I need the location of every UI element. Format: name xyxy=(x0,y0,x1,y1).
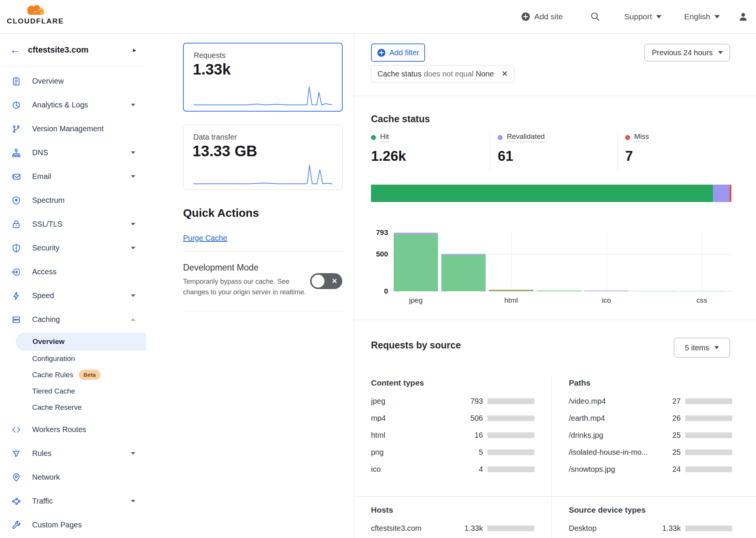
email-icon xyxy=(11,172,21,182)
items-count-select[interactable]: 5 items xyxy=(674,338,730,358)
sidebar-item-label: Traffic xyxy=(32,497,53,505)
cache-status-stat-revalidated: Revalidated61 xyxy=(498,132,545,164)
divider xyxy=(354,96,756,96)
add-filter-button[interactable]: Add filter xyxy=(371,44,425,62)
filter-operator: does not equal xyxy=(424,70,473,78)
speed-icon xyxy=(11,291,21,301)
bar-segment-hit xyxy=(632,291,676,291)
stat-label[interactable]: Revalidated xyxy=(507,132,545,142)
purge-cache-link[interactable]: Purge Cache xyxy=(183,234,227,243)
usage-bar xyxy=(487,415,534,421)
source-row-value: 5 xyxy=(371,448,483,457)
chart-bar xyxy=(537,291,581,291)
toggle-knob xyxy=(312,275,324,288)
search-button[interactable] xyxy=(590,12,600,22)
sidebar-item-traffic[interactable]: Traffic xyxy=(0,489,146,513)
sidebar-subitem-overview[interactable]: Overview xyxy=(16,333,146,350)
source-row-jpeg: jpeg793 xyxy=(371,393,545,410)
usage-bar xyxy=(487,449,534,455)
chevron-down-icon xyxy=(131,247,135,249)
sidebar-item-label: Rules xyxy=(32,449,51,458)
site-switcher-caret-icon[interactable]: ▸ xyxy=(133,46,136,54)
y-tick-label: 0 xyxy=(365,287,388,295)
remove-filter-icon[interactable]: ✕ xyxy=(501,69,508,78)
source-row-value: 4 xyxy=(371,465,483,474)
sidebar-item-version-management[interactable]: Version Management xyxy=(0,117,146,141)
divider xyxy=(490,132,490,170)
source-row-value: 26 xyxy=(569,414,681,423)
source-row-desktop: Desktop1.33k xyxy=(569,520,743,537)
x-tick-label: jpeg xyxy=(409,296,423,305)
hit-dot-icon xyxy=(371,135,376,140)
workers-icon xyxy=(11,425,21,435)
cache-status-stat-miss: Miss7 xyxy=(625,132,649,164)
sidebar-item-dns[interactable]: DNS xyxy=(0,141,146,165)
cache-status-title: Cache status xyxy=(371,114,430,124)
sidebar-item-email[interactable]: Email xyxy=(0,165,146,188)
account-menu[interactable] xyxy=(738,11,748,22)
chevron-down-icon xyxy=(131,151,135,154)
development-mode-toggle[interactable]: ✕ xyxy=(310,273,342,289)
source-column-paths: Paths/video.mp427/earth.mp426/drinks.jpg… xyxy=(569,378,743,478)
requests-metric-card[interactable]: Requests 1.33k xyxy=(183,43,343,112)
source-column-source-device-types: Source device typesDesktop1.33k xyxy=(569,505,743,537)
summary-column: Requests 1.33k Data transfer 13.33 GB Qu… xyxy=(146,33,354,538)
stat-label[interactable]: Miss xyxy=(634,132,649,142)
source-column-heading: Source device types xyxy=(569,505,743,515)
stat-value: 7 xyxy=(625,148,649,164)
add-site-button[interactable]: Add site xyxy=(521,12,563,21)
sidebar-item-ssl-tls[interactable]: SSL/TLS xyxy=(0,212,146,236)
sidebar-item-security[interactable]: Security xyxy=(0,236,146,260)
usage-bar xyxy=(487,526,534,531)
sidebar-item-rules[interactable]: Rules xyxy=(0,442,146,465)
ssl-icon xyxy=(11,219,21,229)
cloudflare-logo[interactable]: CLOUDFLARE xyxy=(7,3,64,25)
source-row-png: png5 xyxy=(371,444,545,461)
sidebar-item-speed[interactable]: Speed xyxy=(0,284,146,308)
language-menu[interactable]: English xyxy=(684,12,720,21)
sidebar-item-overview[interactable]: Overview xyxy=(0,69,146,93)
source-row-drinks-jpg: /drinks.jpg25 xyxy=(569,427,743,444)
cache-status-distribution-bar xyxy=(371,185,731,202)
usage-bar xyxy=(685,449,732,455)
site-name: cftestsite3.com xyxy=(28,45,133,55)
sidebar-item-network[interactable]: Network xyxy=(0,465,146,489)
sidebar-item-workers-routes[interactable]: Workers Routes xyxy=(0,418,146,442)
spectrum-icon xyxy=(11,196,21,205)
plus-circle-icon xyxy=(377,48,386,57)
analytics-icon xyxy=(11,100,21,110)
sidebar-item-analytics-logs[interactable]: Analytics & Logs xyxy=(0,93,146,117)
data-transfer-metric-card[interactable]: Data transfer 13.33 GB xyxy=(183,125,343,190)
divider xyxy=(183,251,343,252)
cloudflare-wordmark: CLOUDFLARE xyxy=(7,17,64,25)
chevron-down-icon xyxy=(131,104,135,106)
sidebar-subitem-cache-reserve[interactable]: Cache Reserve xyxy=(0,399,146,415)
cloudflare-cloud-icon xyxy=(23,3,48,15)
sidebar-item-custom-pages[interactable]: Custom Pages xyxy=(0,513,146,537)
source-row-html: html16 xyxy=(371,427,545,444)
rules-icon xyxy=(11,449,21,459)
chart-bar-html xyxy=(489,290,533,291)
sidebar-subitem-cache-rules[interactable]: Cache RulesBeta xyxy=(0,367,146,383)
sidebar-subitem-tiered-cache[interactable]: Tiered Cache xyxy=(0,383,146,399)
sidebar-item-caching[interactable]: Caching xyxy=(0,308,146,331)
chevron-down-icon xyxy=(131,500,135,502)
sidebar-item-label: Caching xyxy=(32,315,60,324)
sidebar-item-label: Analytics & Logs xyxy=(32,101,88,109)
stackbar-segment-hit xyxy=(371,185,713,202)
sidebar-item-spectrum[interactable]: Spectrum xyxy=(0,188,146,212)
support-menu[interactable]: Support xyxy=(624,12,662,21)
back-arrow-icon[interactable]: ← xyxy=(10,45,20,55)
plus-circle-icon xyxy=(521,12,530,21)
time-range-value: Previous 24 hours xyxy=(652,48,713,57)
sidebar-item-access[interactable]: Access xyxy=(0,260,146,284)
time-range-select[interactable]: Previous 24 hours xyxy=(644,44,730,61)
sidebar-item-label: SSL/TLS xyxy=(32,220,62,229)
chart-bar xyxy=(441,254,486,291)
cache-status-chart xyxy=(392,233,731,291)
filter-chip[interactable]: Cache status does not equal None ✕ xyxy=(371,65,514,82)
overview-icon xyxy=(11,76,21,86)
sidebar-subitem-configuration[interactable]: Configuration xyxy=(0,350,146,367)
x-tick-label: ico xyxy=(602,296,611,305)
stat-label[interactable]: Hit xyxy=(380,132,389,142)
